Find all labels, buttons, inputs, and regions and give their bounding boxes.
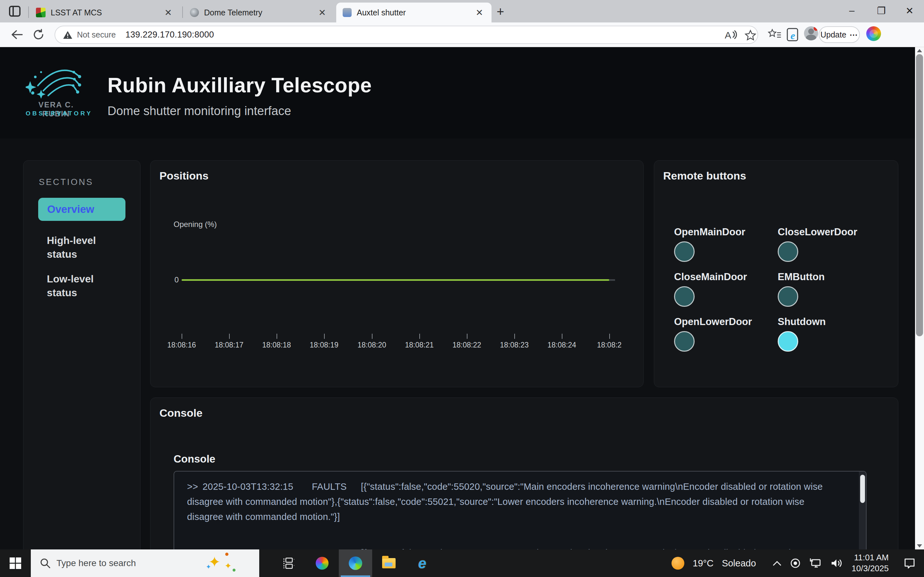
action-center-icon[interactable] (903, 558, 916, 569)
logo-text-line2: OBSERVATORY (26, 110, 87, 117)
x-tick-label: 18:08:24 (540, 341, 584, 350)
notification-dot (814, 26, 818, 31)
remote-label-closelowerdoor: CloseLowerDoor (778, 226, 857, 238)
browser-tab-strip: LSST AT MCS ✕ Dome Telemetry ✕ Auxtel sh… (0, 0, 924, 23)
avatar-head (808, 29, 814, 34)
console-entry: >>2025-10-03T13:32:15FAULTS[{"status":fa… (187, 479, 842, 524)
remote-button-closemaindoor[interactable] (674, 286, 695, 307)
tray-record-icon[interactable] (790, 558, 801, 569)
tab-auxtel-shutter-active[interactable]: Auxtel shutter ✕ (336, 3, 491, 23)
tab-close-icon[interactable]: ✕ (317, 7, 328, 18)
tab-divider (28, 6, 29, 18)
remote-button-openmaindoor[interactable] (674, 242, 695, 262)
page-subtitle: Dome shutter monitoring interface (107, 104, 291, 118)
copilot-taskbar-icon[interactable] (305, 550, 339, 577)
avatar-body (806, 35, 816, 40)
page-scrollbar[interactable] (915, 47, 924, 550)
tab-lsst-at-mcs[interactable]: LSST AT MCS ✕ (29, 3, 180, 23)
remote-button-shutdown[interactable] (778, 331, 798, 351)
copilot-icon[interactable] (866, 26, 881, 41)
x-tick (324, 334, 325, 339)
scrollbar-thumb[interactable] (916, 54, 923, 336)
remote-button-openlowerdoor[interactable] (674, 331, 695, 351)
favorites-bar-icon[interactable] (767, 27, 782, 42)
x-tick-label: 18:08:17 (207, 341, 252, 350)
address-bar[interactable]: Not secure 139.229.170.190:8000 A (55, 26, 758, 44)
web-page: VERA C. RUBIN OBSERVATORY Rubin Auxillia… (0, 47, 924, 550)
window-minimize-button[interactable]: – (837, 0, 866, 21)
edge-taskbar-icon[interactable] (339, 550, 372, 577)
more-options-icon[interactable]: ⋯ (850, 30, 858, 39)
chart-zero-tick-label: 0 (163, 276, 179, 284)
x-tick (562, 334, 562, 339)
remote-buttons-card: Remote buttons OpenMainDoor CloseLowerDo… (654, 160, 898, 387)
read-aloud-icon[interactable]: A (724, 29, 738, 43)
taskbar-search-input[interactable]: Type here to search ✦ ✦ ✦ (31, 550, 259, 577)
back-icon[interactable] (9, 27, 24, 42)
bing-sparkle-icon: ✦ (206, 563, 211, 571)
x-tick-label: 18:08:20 (349, 341, 394, 350)
remote-label-closemaindoor: CloseMainDoor (674, 271, 747, 283)
tab-favicon-auxtel (342, 8, 352, 17)
not-secure-warning-icon (63, 31, 73, 39)
remote-button-closelowerdoor[interactable] (778, 242, 798, 262)
console-scrollbar-track[interactable] (859, 472, 866, 550)
console-output[interactable]: >>2025-10-03T13:32:15FAULTS[{"status":fa… (174, 471, 867, 550)
scrollbar-up-arrow[interactable] (917, 49, 922, 52)
tab-close-icon[interactable]: ✕ (163, 7, 174, 18)
browser-toolbar: Not secure 139.229.170.190:8000 A e Upda… (0, 23, 924, 47)
console-panel-title: Console (174, 453, 215, 465)
profile-avatar[interactable] (804, 26, 818, 40)
sidebar-item-overview[interactable]: Overview (38, 198, 126, 221)
x-tick-label: 18:08:18 (254, 341, 299, 350)
taskbar-clock[interactable]: 11:01 AM 10/3/2025 (851, 552, 889, 574)
chart-y-axis-label: Opening (%) (174, 220, 217, 229)
window-restore-button[interactable]: ❐ (867, 0, 896, 21)
console-scrollbar-thumb[interactable] (860, 475, 865, 503)
x-tick (609, 334, 610, 339)
x-tick-label: 18:08:16 (159, 341, 204, 350)
sidebar-item-high-level-status[interactable]: High-level status (47, 234, 118, 261)
console-section-title: Console (160, 407, 202, 419)
task-view-icon[interactable] (272, 550, 305, 577)
remote-label-embutton: EMButton (778, 271, 825, 283)
weather-condition[interactable]: Soleado (722, 558, 756, 569)
positions-title: Positions (160, 169, 208, 182)
console-card: Console Console >>2025-10-03T13:32:15FAU… (150, 398, 898, 550)
x-tick (182, 334, 182, 339)
sections-heading: SECTIONS (39, 177, 94, 187)
tab-dome-telemetry[interactable]: Dome Telemetry ✕ (184, 3, 334, 23)
tab-title: Auxtel shutter (357, 8, 406, 17)
tab-title: LSST AT MCS (51, 8, 102, 17)
bing-sparkle-dot (233, 569, 236, 572)
svg-text:e: e (790, 30, 795, 41)
x-tick (276, 334, 277, 339)
x-tick-label: 18:08:21 (397, 341, 442, 350)
tab-divider (182, 6, 183, 18)
internet-explorer-icon[interactable]: e (405, 550, 439, 577)
tab-close-icon[interactable]: ✕ (474, 7, 485, 18)
sidebar-item-low-level-status[interactable]: Low-level status (47, 272, 118, 300)
start-button[interactable] (0, 550, 31, 577)
weather-sun-icon[interactable] (672, 557, 684, 570)
tab-workspaces-icon[interactable] (9, 6, 21, 17)
page-title: Rubin Auxilliary Telescope (107, 73, 372, 97)
x-tick (467, 334, 467, 339)
weather-temperature[interactable]: 19°C (693, 558, 714, 569)
favorite-star-icon[interactable] (744, 29, 756, 43)
tab-favicon-lsst (36, 8, 45, 17)
tray-network-icon[interactable] (809, 558, 822, 569)
new-tab-icon[interactable]: + (497, 5, 504, 19)
tray-volume-icon[interactable] (830, 558, 843, 569)
file-explorer-icon[interactable] (372, 550, 405, 577)
url-text[interactable]: 139.229.170.190:8000 (126, 30, 214, 40)
remote-button-embutton[interactable] (778, 286, 798, 307)
tray-chevron-up-icon[interactable] (772, 560, 782, 566)
scrollbar-down-arrow[interactable] (917, 544, 922, 548)
update-button[interactable]: Update ⋯ (819, 26, 860, 43)
x-tick (419, 334, 420, 339)
window-close-button[interactable]: ✕ (895, 0, 924, 21)
refresh-icon[interactable] (31, 27, 46, 42)
x-tick (229, 334, 230, 339)
ie-mode-icon[interactable]: e (785, 27, 801, 42)
